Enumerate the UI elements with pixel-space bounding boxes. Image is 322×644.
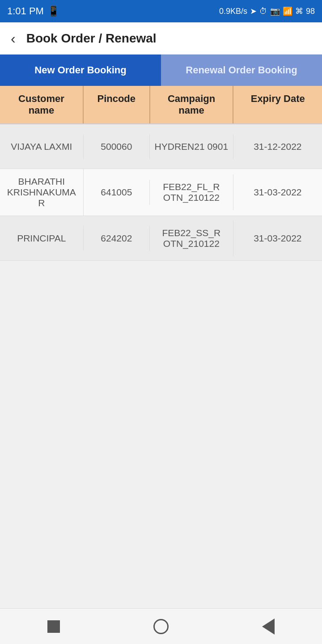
status-bar: 1:01 PM 📱 0.9KB/s ➤ ⏱ 📷 📶 ⌘ 98 xyxy=(0,0,322,22)
table-row[interactable]: BHARATHI KRISHNAKUMAR 641005 FEB22_FL_R … xyxy=(0,169,322,216)
bottom-nav xyxy=(0,608,322,644)
nav-square-button[interactable] xyxy=(42,615,65,638)
cell-customer-name: PRINCIPAL xyxy=(0,226,84,251)
status-wifi-icon: ⌘ xyxy=(295,6,303,16)
status-send-icon: ➤ xyxy=(250,6,257,16)
tab-renewal-order[interactable]: Renewal Order Booking xyxy=(161,55,322,86)
cell-customer-name: BHARATHI KRISHNAKUMAR xyxy=(0,169,84,216)
orders-table: Customer name Pincode Campaign name Expi… xyxy=(0,86,322,261)
page-title: Book Order / Renewal xyxy=(26,31,157,46)
cell-campaign-name: FEB22_SS_R OTN_210122 xyxy=(150,220,233,256)
col-header-pincode: Pincode xyxy=(84,86,150,123)
cell-pincode: 641005 xyxy=(84,180,150,205)
status-alarm-icon: ⏱ xyxy=(259,7,267,16)
col-header-customer-name: Customer name xyxy=(0,86,84,123)
cell-expiry-date: 31-12-2022 xyxy=(233,134,322,159)
col-header-campaign-name: Campaign name xyxy=(150,86,234,123)
cell-campaign-name: HYDREN21 0901 xyxy=(150,134,233,159)
status-time: 1:01 PM xyxy=(7,5,44,17)
cell-expiry-date: 31-03-2022 xyxy=(233,226,322,251)
status-sim-icon: 📱 xyxy=(47,5,59,17)
back-triangle-icon xyxy=(262,619,275,635)
table-row[interactable]: PRINCIPAL 624202 FEB22_SS_R OTN_210122 3… xyxy=(0,216,322,261)
table-row[interactable]: VIJAYA LAXMI 500060 HYDREN21 0901 31-12-… xyxy=(0,124,322,169)
square-icon xyxy=(47,620,60,633)
app-bar: ‹ Book Order / Renewal xyxy=(0,22,322,55)
nav-back-button[interactable] xyxy=(257,615,280,638)
status-speed: 0.9KB/s xyxy=(219,7,247,16)
tab-bar: New Order Booking Renewal Order Booking xyxy=(0,55,322,86)
status-battery-icon: 98 xyxy=(306,7,315,16)
cell-customer-name: VIJAYA LAXMI xyxy=(0,134,84,159)
cell-campaign-name: FEB22_FL_R OTN_210122 xyxy=(150,174,233,210)
circle-icon xyxy=(153,619,169,634)
status-sim-icon2: 📷 xyxy=(270,6,280,16)
nav-home-button[interactable] xyxy=(150,615,172,638)
col-header-expiry-date: Expiry Date xyxy=(233,86,322,123)
back-button[interactable]: ‹ xyxy=(7,28,19,49)
tab-new-order[interactable]: New Order Booking xyxy=(0,55,161,86)
cell-pincode: 624202 xyxy=(84,226,150,251)
table-header: Customer name Pincode Campaign name Expi… xyxy=(0,86,322,124)
status-signal-icon: 📶 xyxy=(283,6,292,16)
main-content: New Order Booking Renewal Order Booking … xyxy=(0,55,322,297)
cell-pincode: 500060 xyxy=(84,134,150,159)
cell-expiry-date: 31-03-2022 xyxy=(233,180,322,205)
